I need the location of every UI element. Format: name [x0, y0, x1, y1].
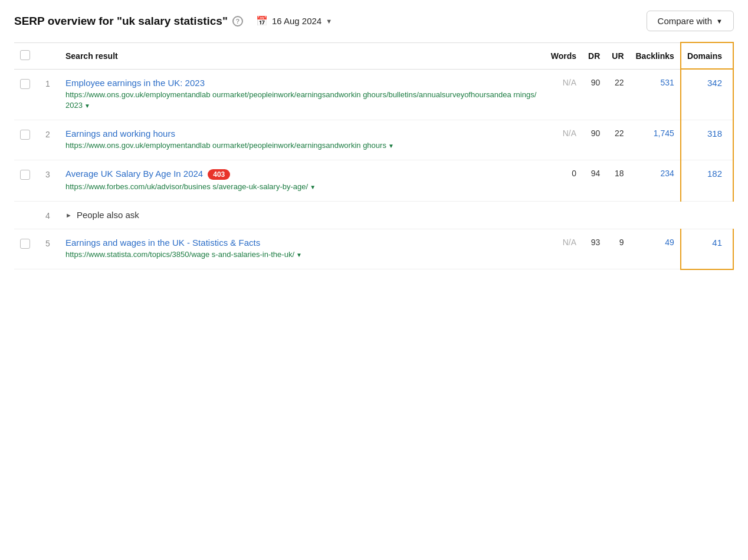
rank-cell: 2	[36, 120, 60, 160]
url-expand-icon[interactable]: ▼	[388, 143, 394, 149]
rank-cell: 4	[36, 202, 60, 229]
checkbox-cell	[14, 120, 36, 160]
paa-cell: ► People also ask	[60, 202, 733, 229]
col-header-rank	[36, 42, 60, 69]
result-url: https://www.statista.com/topics/3850/wag…	[65, 249, 539, 261]
result-title-link[interactable]: Employee earnings in the UK: 2023	[65, 78, 205, 88]
select-all-header	[14, 42, 36, 69]
help-icon[interactable]: ?	[232, 16, 243, 27]
row-checkbox[interactable]	[20, 130, 30, 140]
page-title: SERP overview for "uk salary statistics"…	[14, 15, 243, 28]
checkbox-cell	[14, 229, 36, 269]
words-cell: N/A	[545, 69, 582, 120]
title-text: SERP overview for "uk salary statistics"	[14, 15, 228, 28]
result-cell: Average UK Salary By Age In 2024403 http…	[60, 160, 545, 202]
checkbox-cell	[14, 202, 36, 229]
words-cell: N/A	[545, 229, 582, 269]
ur-cell: 18	[606, 160, 629, 202]
table-row: 3 Average UK Salary By Age In 2024403 ht…	[14, 160, 733, 202]
domains-cell: 318	[681, 120, 733, 160]
result-cell: Earnings and wages in the UK - Statistic…	[60, 229, 545, 269]
calendar-icon: 📅	[256, 15, 268, 27]
checkbox-cell	[14, 160, 36, 202]
table-row: 5 Earnings and wages in the UK - Statist…	[14, 229, 733, 269]
table-row: 1 Employee earnings in the UK: 2023 http…	[14, 69, 733, 120]
result-cell: Employee earnings in the UK: 2023 https:…	[60, 69, 545, 120]
domains-cell: 182	[681, 160, 733, 202]
domains-cell: 41	[681, 229, 733, 269]
date-chevron-icon: ▼	[326, 18, 332, 25]
date-label: 16 Aug 2024	[272, 16, 321, 26]
dr-cell: 93	[582, 229, 606, 269]
backlinks-cell: 1,745	[630, 120, 681, 160]
domains-value: 41	[712, 238, 722, 248]
row-checkbox[interactable]	[20, 170, 30, 180]
col-header-search-result: Search result	[60, 42, 545, 69]
domains-value: 318	[707, 129, 722, 139]
result-url: https://www.ons.gov.uk/employmentandlab …	[65, 140, 539, 151]
select-all-checkbox[interactable]	[20, 50, 30, 60]
dr-cell: 94	[582, 160, 606, 202]
result-cell: Earnings and working hours https://www.o…	[60, 120, 545, 160]
backlinks-cell: 234	[630, 160, 681, 202]
backlinks-cell: 49	[630, 229, 681, 269]
compare-chevron-icon: ▼	[716, 18, 723, 25]
rank-cell: 3	[36, 160, 60, 202]
col-header-words: Words	[545, 42, 582, 69]
serp-table: Search result Words DR UR Backlinks Doma…	[14, 42, 734, 270]
domains-value: 182	[707, 169, 722, 179]
col-header-dr: DR	[582, 42, 606, 69]
url-expand-icon[interactable]: ▼	[296, 252, 302, 258]
backlinks-cell: 531	[630, 69, 681, 120]
dr-cell: 90	[582, 69, 606, 120]
rank-cell: 1	[36, 69, 60, 120]
paa-expand-icon[interactable]: ►	[65, 212, 72, 219]
status-badge: 403	[208, 169, 230, 180]
table-row: 2 Earnings and working hours https://www…	[14, 120, 733, 160]
compare-label: Compare with	[658, 16, 713, 26]
col-header-ur: UR	[606, 42, 629, 69]
result-url: https://www.ons.gov.uk/employmentandlab …	[65, 90, 539, 112]
col-header-backlinks: Backlinks	[630, 42, 681, 69]
words-cell: N/A	[545, 120, 582, 160]
result-url: https://www.forbes.com/uk/advisor/busine…	[65, 182, 539, 193]
table-row: 4 ► People also ask	[14, 202, 733, 229]
ur-cell: 22	[606, 69, 629, 120]
domains-cell: 342	[681, 69, 733, 120]
result-title-link[interactable]: Earnings and wages in the UK - Statistic…	[65, 238, 260, 248]
checkbox-cell	[14, 69, 36, 120]
ur-cell: 22	[606, 120, 629, 160]
compare-with-button[interactable]: Compare with ▼	[647, 11, 734, 31]
rank-cell: 5	[36, 229, 60, 269]
col-header-domains: Domains	[681, 42, 733, 69]
dr-cell: 90	[582, 120, 606, 160]
paa-label: People also ask	[77, 210, 139, 220]
date-picker[interactable]: 📅 16 Aug 2024 ▼	[256, 15, 332, 27]
result-title-link[interactable]: Earnings and working hours	[65, 129, 175, 139]
url-expand-icon[interactable]: ▼	[310, 184, 316, 190]
url-expand-icon[interactable]: ▼	[84, 103, 90, 109]
ur-cell: 9	[606, 229, 629, 269]
row-checkbox[interactable]	[20, 79, 30, 89]
words-cell: 0	[545, 160, 582, 202]
row-checkbox[interactable]	[20, 239, 30, 249]
result-title-link[interactable]: Average UK Salary By Age In 2024	[65, 169, 203, 179]
domains-value: 342	[707, 78, 722, 88]
page-header: SERP overview for "uk salary statistics"…	[14, 11, 734, 42]
